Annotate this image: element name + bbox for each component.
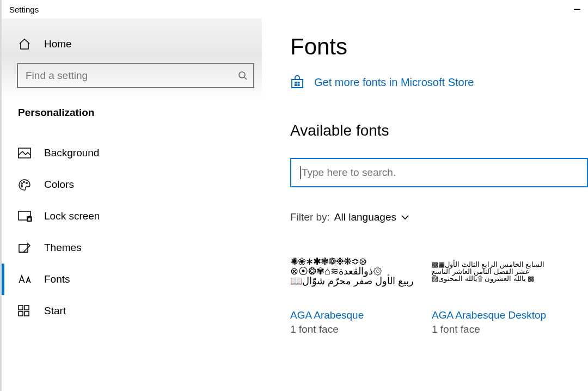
font-search-input[interactable]: [302, 167, 587, 179]
sidebar-item-label: Themes: [44, 242, 82, 254]
svg-rect-18: [298, 84, 300, 87]
svg-rect-10: [19, 245, 28, 252]
search-input[interactable]: [26, 70, 225, 82]
minimize-button[interactable]: [574, 9, 580, 10]
sidebar-item-start[interactable]: Start: [2, 295, 262, 327]
svg-rect-12: [24, 306, 29, 310]
svg-rect-13: [19, 311, 23, 316]
font-name: AGA Arabesque Desktop: [432, 309, 557, 321]
svg-line-1: [244, 77, 247, 80]
sidebar-item-label: Start: [44, 305, 66, 317]
store-icon: [290, 75, 304, 89]
font-faces: 1 font face: [432, 323, 557, 335]
fonts-icon: [18, 274, 31, 285]
search-icon: [238, 71, 248, 81]
palette-icon: [18, 179, 31, 191]
svg-point-0: [239, 72, 245, 78]
svg-rect-11: [19, 306, 23, 310]
svg-point-6: [21, 186, 23, 187]
filter-value: All languages: [334, 211, 396, 223]
font-name: AGA Arabesque: [290, 309, 415, 321]
sidebar-item-lockscreen[interactable]: Lock screen: [2, 200, 262, 232]
sidebar: Home Personalization: [2, 19, 262, 391]
sidebar-item-label: Lock screen: [44, 210, 100, 222]
store-link-label: Get more fonts in Microsoft Store: [314, 76, 474, 89]
sidebar-item-label: Background: [44, 147, 99, 159]
sidebar-item-fonts[interactable]: Fonts: [2, 264, 262, 295]
svg-point-3: [21, 183, 23, 185]
sidebar-nav: Background Colors: [2, 137, 262, 327]
svg-rect-14: [24, 311, 29, 316]
sidebar-item-themes[interactable]: Themes: [2, 232, 262, 264]
font-cards: ✺❀∗✱❃❁❉❋≎⊛ ⊗⦿❂✾⌂≋ذوالقعدة۞ 📖ربيع الأول ص…: [290, 239, 588, 335]
home-button[interactable]: Home: [2, 19, 262, 62]
svg-rect-15: [295, 82, 297, 84]
sidebar-item-label: Fonts: [44, 273, 70, 285]
themes-icon: [18, 242, 31, 254]
text-cursor: [300, 166, 301, 179]
image-icon: [18, 148, 31, 158]
svg-rect-16: [298, 82, 300, 84]
font-preview: ✺❀∗✱❃❁❉❋≎⊛ ⊗⦿❂✾⌂≋ذوالقعدة۞ 📖ربيع الأول ص…: [290, 239, 415, 304]
store-link[interactable]: Get more fonts in Microsoft Store: [290, 75, 588, 89]
lock-screen-icon: [18, 211, 31, 222]
sidebar-item-colors[interactable]: Colors: [2, 169, 262, 200]
font-card[interactable]: ▩▦السابع الخامس الرابع الثالث الأول عشر …: [432, 239, 557, 335]
svg-point-4: [23, 181, 25, 183]
font-faces: 1 font face: [290, 323, 415, 335]
sidebar-item-background[interactable]: Background: [2, 137, 262, 169]
filter-label: Filter by:: [290, 211, 330, 223]
svg-rect-17: [295, 84, 297, 87]
sidebar-search[interactable]: [17, 63, 254, 88]
font-card[interactable]: ✺❀∗✱❃❁❉❋≎⊛ ⊗⦿❂✾⌂≋ذوالقعدة۞ 📖ربيع الأول ص…: [290, 239, 415, 335]
font-preview: ▩▦السابع الخامس الرابع الثالث الأول عشر …: [432, 239, 557, 304]
page-title: Fonts: [290, 34, 588, 60]
start-icon: [18, 305, 31, 317]
available-fonts-heading: Available fonts: [290, 122, 588, 139]
sidebar-section-title: Personalization: [2, 88, 262, 123]
window-title: Settings: [9, 5, 39, 14]
home-icon: [18, 38, 31, 50]
main-panel: Fonts Get more fonts in Microsoft Store …: [262, 19, 588, 391]
sidebar-item-label: Colors: [44, 179, 74, 191]
filter-row[interactable]: Filter by: All languages: [290, 211, 588, 223]
font-search-box[interactable]: [290, 158, 588, 187]
svg-point-5: [26, 182, 28, 184]
titlebar: Settings: [0, 0, 588, 19]
chevron-down-icon: [401, 214, 409, 221]
home-label: Home: [44, 38, 72, 50]
